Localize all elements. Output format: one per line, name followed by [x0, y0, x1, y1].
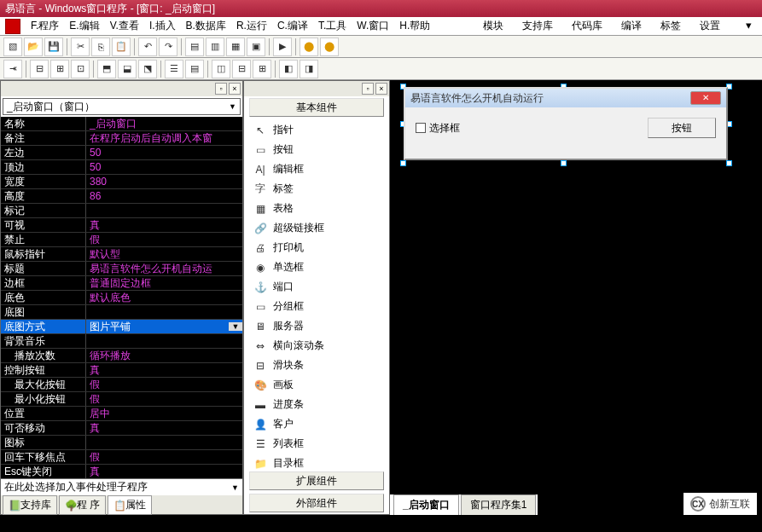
tab-start-window[interactable]: _启动窗口	[393, 494, 459, 515]
design-surface[interactable]: 易语言软件怎么开机自动运行 ✕ 选择框 按钮 _启动窗口 窗口程序集1 CX 创…	[390, 80, 762, 515]
property-value[interactable]: 真	[86, 421, 242, 435]
align-left-icon[interactable]: ⤛	[3, 60, 22, 78]
property-value[interactable]	[86, 305, 242, 319]
property-value[interactable]: 50	[86, 146, 242, 159]
property-value[interactable]: 循环播放	[86, 349, 242, 362]
property-value[interactable]	[86, 436, 242, 449]
property-row[interactable]: 备注在程序启动后自动调入本窗	[1, 131, 242, 146]
component-item[interactable]: 📁目录框	[249, 454, 384, 470]
align-11-icon[interactable]: ⊞	[253, 60, 271, 78]
redo-icon[interactable]: ↷	[159, 38, 177, 56]
component-item[interactable]: ☰列表框	[249, 434, 384, 454]
run-icon[interactable]: ▶	[273, 38, 292, 56]
property-row[interactable]: 可否移动真	[1, 421, 242, 436]
save-icon[interactable]: 💾	[44, 38, 63, 56]
property-row[interactable]: 图标	[1, 436, 242, 450]
undo-icon[interactable]: ↶	[138, 38, 157, 56]
align-4-icon[interactable]: ⬒	[97, 60, 116, 78]
menu-settings[interactable]: 设置	[695, 17, 725, 35]
component-item[interactable]: ↖指针	[249, 120, 384, 140]
debug-icon[interactable]: ⬤	[300, 38, 318, 56]
property-row[interactable]: 最小化按钮假	[1, 392, 242, 407]
property-value[interactable]	[86, 334, 242, 348]
panel-pin-icon[interactable]: ▫	[215, 83, 227, 95]
property-row[interactable]: 最大化按钮假	[1, 378, 242, 392]
component-item[interactable]: 🖨打印机	[249, 238, 384, 257]
resize-handle[interactable]	[400, 160, 406, 166]
align-2-icon[interactable]: ⊞	[50, 60, 69, 78]
property-value[interactable]: _启动窗口	[86, 117, 242, 130]
property-value[interactable]: 默认底色	[86, 291, 242, 304]
property-value[interactable]: 居中	[86, 407, 242, 420]
close-icon[interactable]: ✕	[690, 91, 721, 105]
property-value[interactable]: 假	[86, 233, 242, 246]
design-form[interactable]: 易语言软件怎么开机自动运行 ✕ 选择框 按钮	[404, 87, 728, 160]
component-item[interactable]: ⇔横向滚动条	[249, 336, 384, 356]
menu-window[interactable]: W.窗口	[352, 17, 394, 35]
menu-codelib[interactable]: 代码库	[567, 17, 608, 35]
menu-edit[interactable]: E.编辑	[64, 17, 104, 35]
panel-close-icon[interactable]: ×	[229, 83, 241, 95]
property-value[interactable]: 默认型	[86, 247, 242, 261]
menu-view[interactable]: V.查看	[105, 17, 144, 35]
menu-run[interactable]: R.运行	[231, 17, 272, 35]
property-row[interactable]: 底图	[1, 305, 242, 320]
property-value[interactable]: 假	[86, 392, 242, 406]
component-item[interactable]: ▦表格	[249, 199, 384, 218]
menu-compile2[interactable]: 编译	[616, 17, 647, 35]
property-row[interactable]: 顶边50	[1, 160, 242, 175]
tab-program[interactable]: 🌳程 序	[59, 495, 106, 515]
property-row[interactable]: 底色默认底色	[1, 291, 242, 305]
panel-close-icon[interactable]: ×	[375, 83, 387, 95]
tab-support-lib[interactable]: 📗支持库	[3, 495, 57, 515]
menu-module[interactable]: 模块	[478, 17, 509, 35]
property-row[interactable]: 背景音乐	[1, 334, 242, 349]
component-item[interactable]: ⊟滑块条	[249, 356, 384, 375]
property-row[interactable]: 位置居中	[1, 407, 242, 421]
property-row[interactable]: 播放次数循环播放	[1, 349, 242, 363]
align-10-icon[interactable]: ⊟	[232, 60, 251, 78]
resize-handle[interactable]	[726, 160, 732, 166]
component-item[interactable]: 🔗超级链接框	[249, 218, 384, 238]
property-value[interactable]: 普通固定边框	[86, 276, 242, 290]
object-selector[interactable]: _启动窗口（窗口） ▼	[3, 98, 241, 115]
align-7-icon[interactable]: ☰	[165, 60, 183, 78]
property-row[interactable]: 回车下移焦点假	[1, 450, 242, 465]
tab-program-set[interactable]: 窗口程序集1	[461, 494, 537, 515]
tab-property[interactable]: 📋属性	[108, 495, 152, 515]
menu-help[interactable]: H.帮助	[394, 17, 435, 35]
align-8-icon[interactable]: ▤	[185, 60, 204, 78]
property-row[interactable]: Esc键关闭真	[1, 465, 242, 478]
component-item[interactable]: ▭按钮	[249, 140, 384, 159]
category-basic[interactable]: 基本组件	[249, 98, 384, 117]
property-row[interactable]: 鼠标指针默认型	[1, 247, 242, 262]
property-value[interactable]: 真	[86, 465, 242, 478]
menu-compile[interactable]: C.编译	[272, 17, 313, 35]
property-table[interactable]: 名称_启动窗口备注在程序启动后自动调入本窗左边50顶边50宽度380高度86标记…	[1, 117, 242, 478]
component-item[interactable]: ▬进度条	[249, 395, 384, 414]
layout3-icon[interactable]: ▦	[226, 38, 245, 56]
component-item[interactable]: 🎨画板	[249, 375, 384, 395]
checkbox-control[interactable]: 选择框	[416, 121, 460, 136]
property-value[interactable]: 假	[86, 378, 242, 391]
component-item[interactable]: 👤客户	[249, 414, 384, 434]
property-row[interactable]: 底图方式图片平铺▼	[1, 320, 242, 334]
layout1-icon[interactable]: ▤	[185, 38, 204, 56]
align-1-icon[interactable]: ⊟	[30, 60, 49, 78]
open-icon[interactable]: 📂	[24, 38, 43, 56]
menu-file[interactable]: F.程序	[26, 17, 64, 35]
property-row[interactable]: 标题易语言软件怎么开机自动运	[1, 262, 242, 276]
layout4-icon[interactable]: ▣	[247, 38, 265, 56]
component-item[interactable]: A|编辑框	[249, 159, 384, 179]
component-item[interactable]: 字标签	[249, 179, 384, 199]
panel-pin-icon[interactable]: ▫	[362, 83, 374, 95]
layout2-icon[interactable]: ▥	[206, 38, 224, 56]
chevron-down-icon[interactable]: ▼	[229, 322, 242, 331]
property-row[interactable]: 高度86	[1, 189, 242, 204]
property-row[interactable]: 标记	[1, 204, 242, 218]
category-ext[interactable]: 扩展组件	[249, 471, 384, 490]
menu-insert[interactable]: I.插入	[144, 17, 181, 35]
resize-handle[interactable]	[561, 160, 567, 166]
property-row[interactable]: 左边50	[1, 146, 242, 160]
align-3-icon[interactable]: ⊡	[71, 60, 90, 78]
